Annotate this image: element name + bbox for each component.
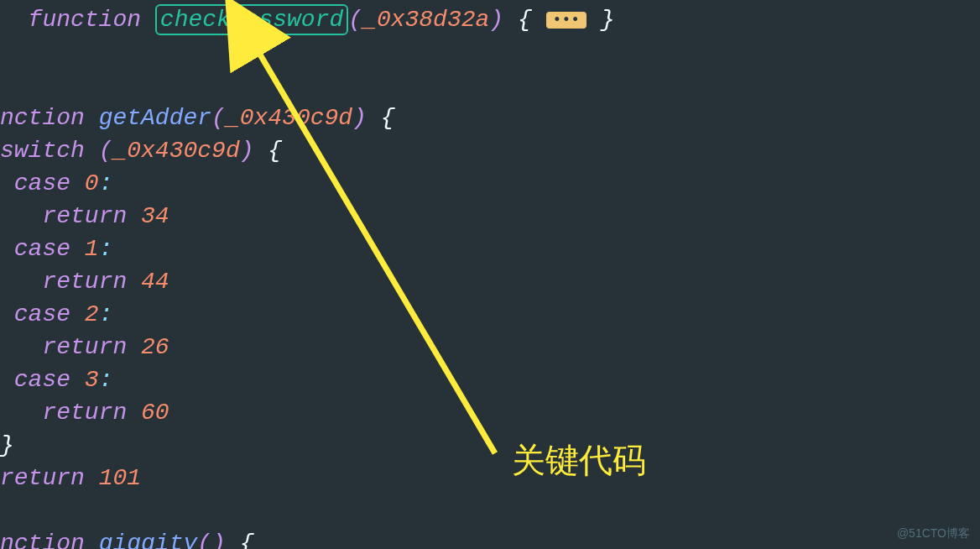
- case-line: case 0:: [0, 167, 980, 200]
- code-line-switch: switch (_0x430c9d) {: [0, 134, 980, 167]
- keyword-function: function: [29, 7, 141, 33]
- switch-var: _0x430c9d: [112, 138, 239, 164]
- case-line: case 2:: [0, 298, 980, 331]
- return-line: return 101: [0, 462, 980, 494]
- blank-line: [0, 36, 980, 69]
- param: _0x430c9d: [226, 105, 352, 131]
- collapsed-icon[interactable]: •••: [546, 12, 586, 29]
- code-line-2: nction getAdder(_0x430c9d) {: [0, 102, 980, 134]
- return-line: return 34: [0, 200, 980, 233]
- return-line: return 26: [0, 331, 980, 363]
- annotation-label: 关键代码: [512, 437, 646, 484]
- function-name-getadder: getAdder: [99, 105, 211, 131]
- code-line-last: nction giggity() {: [0, 527, 980, 549]
- return-line: return 44: [0, 265, 980, 298]
- close-paren: ): [489, 7, 503, 33]
- case-line: case 1:: [0, 233, 980, 265]
- blank-line: [0, 69, 980, 102]
- param: _0x38d32a: [362, 7, 489, 33]
- code-line-1: function checkPassword(_0x38d32a) { ••• …: [0, 3, 980, 36]
- open-brace: {: [518, 7, 532, 33]
- function-name-checkpassword[interactable]: checkPassword: [155, 4, 348, 35]
- close-brace-line: }: [0, 429, 980, 462]
- keyword-switch: switch: [0, 138, 85, 164]
- keyword-function-partial: nction: [0, 105, 85, 131]
- case-line: case 3:: [0, 363, 980, 396]
- blank-line: [0, 494, 980, 527]
- keyword-function-partial: nction: [0, 531, 85, 549]
- close-brace: }: [601, 7, 615, 33]
- open-paren: (: [348, 7, 362, 33]
- watermark: @51CTO博客: [897, 525, 970, 542]
- return-line: return 60: [0, 396, 980, 429]
- function-name-giggity: giggity: [99, 531, 198, 549]
